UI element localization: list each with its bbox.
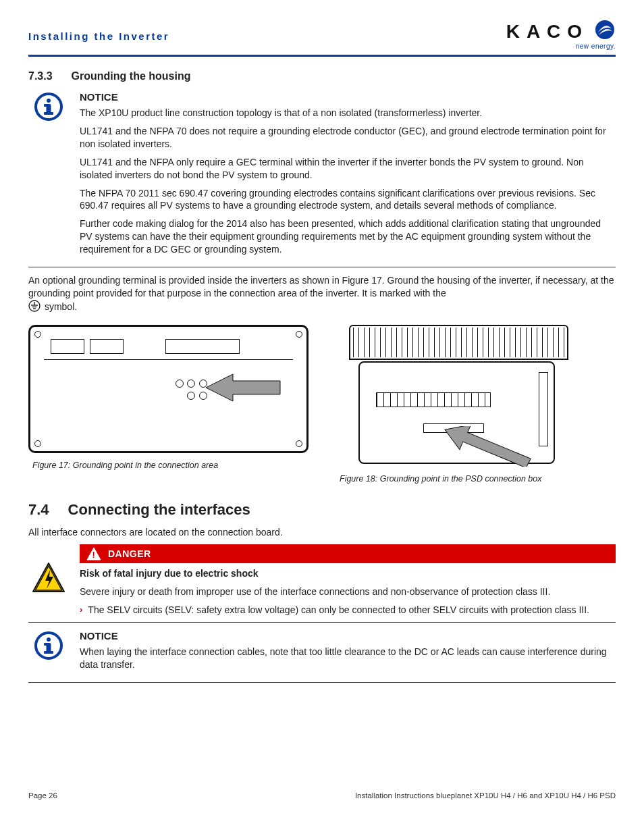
svg-marker-11 — [206, 374, 280, 401]
figure-17-caption: Figure 17: Grounding point in the connec… — [28, 460, 308, 471]
danger-bullet-text: The SELV circuits (SELV: safety extra lo… — [88, 604, 589, 617]
grounding-explainer-1: An optional grounding terminal is provid… — [28, 275, 614, 298]
logo-text: KACO — [506, 19, 589, 45]
footer-doc-title: Installation Instructions blueplanet XP1… — [355, 791, 616, 802]
figure-18-caption: Figure 18: Grounding point in the PSD co… — [336, 473, 616, 485]
svg-rect-21 — [44, 643, 49, 646]
page-header: Installing the Inverter KACO new energy. — [28, 19, 616, 51]
header-section-title: Installing the Inverter — [28, 19, 169, 43]
notice-label: NOTICE — [80, 629, 616, 643]
chevron-icon: › — [80, 604, 82, 617]
svg-rect-22 — [44, 651, 53, 654]
header-rule — [28, 55, 616, 57]
brand-logo: KACO new energy. — [506, 19, 616, 51]
page-footer: Page 26 Installation Instructions bluepl… — [28, 791, 616, 802]
notice-label: NOTICE — [80, 90, 616, 104]
heading-74: 7.4 Connecting the interfaces — [28, 500, 616, 520]
divider — [28, 682, 616, 683]
info-icon — [28, 629, 69, 660]
danger-block: ! DANGER Risk of fatal injury due to ele… — [28, 544, 616, 617]
danger-headline: Risk of fatal injury due to electric sho… — [80, 567, 616, 580]
notice-p5: Further code making dialog for the 2014 … — [80, 217, 616, 256]
info-icon — [28, 90, 69, 122]
notice-block-733: NOTICE The XP10U product line constructi… — [28, 90, 616, 261]
svg-rect-4 — [44, 104, 49, 107]
notice-block-74: NOTICE When laying the interface connect… — [28, 629, 616, 677]
footer-page: Page 26 — [28, 791, 57, 802]
heading-number: 7.4 — [28, 500, 49, 520]
logo-swirl-icon — [594, 19, 616, 44]
figure-18-image — [336, 325, 616, 467]
warning-triangle-icon: ! — [86, 547, 101, 561]
divider — [28, 267, 616, 267]
notice-p2: UL1741 and the NFPA 70 does not require … — [80, 125, 616, 151]
notice-body-74: When laying the interface connection cab… — [80, 646, 616, 671]
danger-label: DANGER — [108, 548, 151, 561]
figure-17-image — [28, 325, 308, 453]
grounding-explainer: An optional grounding terminal is provid… — [28, 274, 616, 315]
svg-text:!: ! — [92, 550, 96, 560]
heading-title: Connecting the interfaces — [68, 500, 250, 520]
notice-p1: The XP10U product line construction topo… — [80, 107, 616, 120]
arrow-icon — [444, 426, 538, 467]
hazard-icon — [28, 544, 69, 593]
grounding-explainer-2: symbol. — [45, 301, 77, 312]
heading-number: 7.3.3 — [28, 69, 53, 84]
figure-17: Figure 17: Grounding point in the connec… — [28, 325, 308, 485]
ground-symbol-icon — [28, 300, 41, 315]
s74-intro: All interface connectors are located on … — [28, 526, 616, 539]
arrow-icon — [206, 369, 287, 423]
figure-row: Figure 17: Grounding point in the connec… — [28, 325, 616, 485]
svg-marker-12 — [444, 426, 533, 467]
danger-body: Severe injury or death from improper use… — [80, 585, 616, 598]
danger-bullet: › The SELV circuits (SELV: safety extra … — [80, 604, 616, 617]
svg-point-2 — [47, 99, 51, 103]
svg-rect-5 — [44, 112, 53, 115]
heading-title: Grounding the housing — [72, 69, 191, 84]
notice-p3: UL1741 and the NFPA only require a GEC t… — [80, 156, 616, 182]
notice-p4: The NFPA 70 2011 sec 690.47 covering gro… — [80, 187, 616, 213]
heading-733: 7.3.3 Grounding the housing — [28, 69, 616, 84]
divider — [28, 622, 616, 623]
figure-18: Figure 18: Grounding point in the PSD co… — [336, 325, 616, 485]
danger-bar: ! DANGER — [80, 544, 616, 563]
svg-point-19 — [47, 637, 51, 642]
